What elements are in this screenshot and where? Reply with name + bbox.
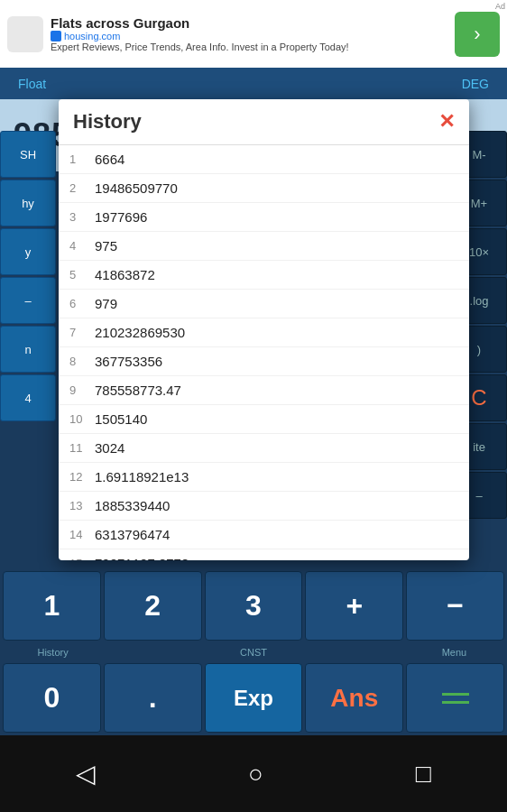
history-row[interactable]: 16664: [59, 145, 469, 174]
ad-banner[interactable]: Flats across Gurgaon housing.com Expert …: [0, 0, 507, 68]
history-row-number: 12: [69, 470, 95, 484]
nav-bar: ◁ ○ □: [0, 735, 507, 812]
history-row-number: 15: [69, 557, 95, 560]
history-row-value: 6313796474: [95, 527, 170, 542]
history-row-value: 210232869530: [95, 325, 185, 340]
ad-description: Expert Reviews, Price Trends, Area Info.…: [51, 42, 455, 52]
history-row-value: 979: [95, 296, 117, 311]
empty-label-2: [304, 642, 404, 661]
one-button[interactable]: 1: [3, 571, 101, 641]
history-row-value: 1977696: [95, 209, 147, 225]
ans-button[interactable]: Ans: [305, 663, 403, 733]
history-row-number: 9: [69, 383, 95, 397]
cnst-label: CNST: [203, 642, 303, 661]
history-row-number: 10: [69, 412, 95, 426]
history-row[interactable]: 1579271127.8778: [59, 549, 469, 560]
minus-button[interactable]: −: [406, 571, 504, 641]
history-row-value: 79271127.8778: [95, 556, 189, 560]
history-row[interactable]: 31977696: [59, 203, 469, 232]
hy-button[interactable]: hy: [0, 180, 56, 226]
history-row-number: 11: [69, 441, 95, 455]
zero-button[interactable]: 0: [3, 663, 101, 733]
housing-logo: [51, 31, 61, 42]
history-list[interactable]: 1666421948650977031977696497554186387269…: [59, 145, 469, 560]
history-row-number: 14: [69, 528, 95, 541]
history-row[interactable]: 146313796474: [59, 521, 469, 549]
minus-left-button[interactable]: –: [0, 277, 56, 324]
history-row[interactable]: 541863872: [59, 261, 469, 290]
history-row-value: 3024: [95, 440, 124, 456]
y-button[interactable]: y: [0, 228, 56, 275]
history-row[interactable]: 4975: [59, 232, 469, 261]
history-title: History: [73, 110, 142, 134]
history-label: History: [3, 642, 103, 661]
history-row-value: 367753356: [95, 354, 162, 369]
history-row[interactable]: 219486509770: [59, 174, 469, 203]
equals-button[interactable]: [406, 663, 504, 733]
label-row: History CNST Menu: [0, 641, 507, 663]
ad-source: housing.com: [51, 31, 455, 42]
sh-button[interactable]: SH: [0, 131, 56, 178]
history-header: History ✕: [59, 99, 469, 145]
three-button[interactable]: 3: [205, 571, 303, 641]
history-row-number: 3: [69, 210, 95, 224]
empty-label-1: [103, 642, 203, 661]
ad-label: Ad: [495, 2, 505, 11]
history-row[interactable]: 121.69118921e13: [59, 463, 469, 492]
two-button[interactable]: 2: [104, 571, 202, 641]
ad-arrow-button[interactable]: ›: [455, 12, 500, 57]
row-123: 1 2 3 + −: [0, 568, 507, 641]
history-row-number: 1: [69, 152, 95, 166]
history-row-value: 1505140: [95, 411, 147, 427]
ad-icon: [7, 16, 43, 52]
float-button[interactable]: Float: [18, 77, 46, 91]
history-row[interactable]: 113024: [59, 434, 469, 463]
history-row[interactable]: 101505140: [59, 405, 469, 434]
ad-title: Flats across Gurgaon: [51, 15, 455, 31]
calc-number-rows: 1 2 3 + − History CNST Menu 0 . Exp Ans: [0, 568, 507, 735]
n-button[interactable]: n: [0, 326, 56, 373]
row-0exp: 0 . Exp Ans: [0, 663, 507, 735]
history-row-value: 19486509770: [95, 180, 178, 196]
history-row[interactable]: 7210232869530: [59, 318, 469, 347]
history-row-number: 8: [69, 355, 95, 368]
history-row-value: 975: [95, 238, 117, 254]
history-row-value: 1.69118921e13: [95, 469, 189, 484]
side-left-buttons: SH hy y – n 4: [0, 131, 56, 421]
history-row[interactable]: 9785558773.47: [59, 376, 469, 405]
history-row-value: 6664: [95, 152, 124, 167]
menu-label: Menu: [404, 642, 504, 661]
calc-topbar: Float DEG: [0, 68, 507, 99]
history-row[interactable]: 131885339440: [59, 492, 469, 521]
plus-button[interactable]: +: [305, 571, 403, 641]
history-row-value: 1885339440: [95, 498, 170, 513]
ad-text-block: Flats across Gurgaon housing.com Expert …: [51, 15, 455, 52]
history-row[interactable]: 6979: [59, 290, 469, 318]
history-row-value: 41863872: [95, 267, 155, 282]
recent-button[interactable]: □: [416, 760, 431, 789]
history-row-number: 13: [69, 499, 95, 512]
history-row-number: 7: [69, 326, 95, 339]
back-button[interactable]: ◁: [76, 759, 96, 789]
history-row-number: 6: [69, 297, 95, 310]
history-row-value: 785558773.47: [95, 383, 181, 398]
history-row-number: 2: [69, 181, 95, 195]
history-modal: History ✕ 166642194865097703197769649755…: [59, 99, 469, 560]
four-button-left[interactable]: 4: [0, 374, 56, 421]
history-row-number: 5: [69, 268, 95, 281]
exp-button[interactable]: Exp: [205, 663, 303, 733]
dot-button[interactable]: .: [104, 663, 202, 733]
deg-button[interactable]: DEG: [462, 77, 489, 91]
home-button[interactable]: ○: [248, 760, 263, 789]
history-row[interactable]: 8367753356: [59, 347, 469, 376]
history-close-button[interactable]: ✕: [438, 110, 455, 134]
history-row-number: 4: [69, 239, 95, 253]
